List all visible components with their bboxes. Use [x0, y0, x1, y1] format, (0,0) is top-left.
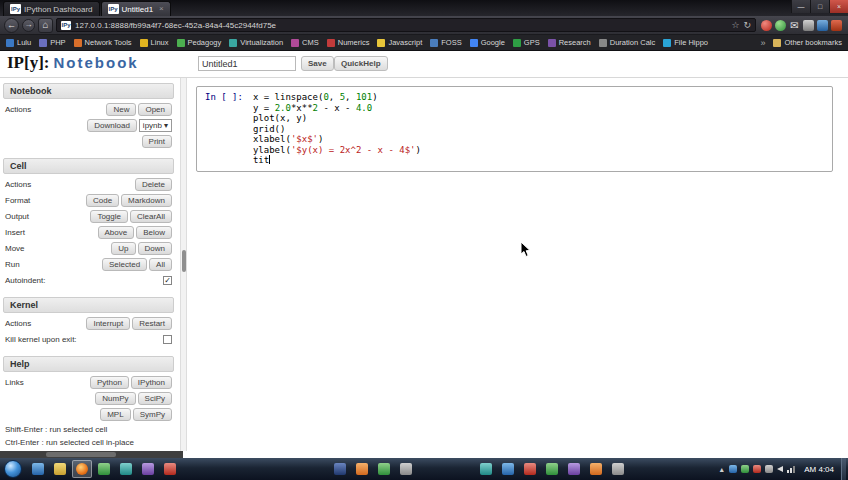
print-button[interactable]: Print: [142, 135, 172, 148]
addon-blue-icon[interactable]: [817, 20, 828, 31]
section-header-kernel[interactable]: Kernel: [3, 297, 174, 313]
taskbar-app-icon[interactable]: [608, 460, 628, 478]
bookmark-item[interactable]: Numerics: [327, 38, 370, 47]
output-clearall-button[interactable]: ClearAll: [130, 210, 172, 223]
bookmarks-overflow-chevron-icon[interactable]: »: [760, 38, 765, 48]
quickhelp-button[interactable]: QuickHelp: [334, 56, 388, 71]
autoindent-checkbox[interactable]: ✓: [163, 276, 172, 285]
addon-green-icon[interactable]: [775, 20, 786, 31]
addon-red-icon[interactable]: [761, 20, 772, 31]
volume-icon[interactable]: [777, 466, 783, 472]
move-up-button[interactable]: Up: [111, 242, 135, 255]
reload-icon[interactable]: ↻: [743, 20, 751, 30]
taskbar-app-icon[interactable]: [138, 460, 158, 478]
bookmark-item[interactable]: Duration Calc: [599, 38, 655, 47]
insert-below-button[interactable]: Below: [136, 226, 172, 239]
section-header-cell[interactable]: Cell: [3, 158, 174, 174]
section-header-notebook[interactable]: Notebook: [3, 83, 174, 99]
download-format-select[interactable]: ipynb▾: [139, 119, 172, 132]
new-button[interactable]: New: [106, 103, 136, 116]
tray-app-icon[interactable]: [729, 465, 737, 473]
bookmark-item[interactable]: Virtualization: [229, 38, 283, 47]
horizontal-scrollbar[interactable]: [0, 451, 183, 458]
taskbar-app-icon[interactable]: [520, 460, 540, 478]
python-link-button[interactable]: Python: [90, 376, 129, 389]
tab-untitled1[interactable]: IPy Untitled1 ×: [101, 1, 171, 16]
ipython-link-button[interactable]: IPython: [131, 376, 172, 389]
tab-ipython-dashboard[interactable]: IPy IPython Dashboard: [3, 1, 100, 16]
output-toggle-button[interactable]: Toggle: [90, 210, 128, 223]
scipy-link-button[interactable]: SciPy: [138, 392, 172, 405]
bookmark-item[interactable]: Lulu: [6, 38, 31, 47]
taskbar-app-icon[interactable]: [160, 460, 180, 478]
taskbar-app-icon[interactable]: [352, 460, 372, 478]
sidebar-scrollbar[interactable]: [180, 78, 187, 451]
taskbar-clock[interactable]: AM 4:04: [804, 465, 834, 474]
save-button[interactable]: Save: [301, 56, 334, 71]
window-close-button[interactable]: ×: [829, 0, 848, 13]
taskbar-app-icon[interactable]: [50, 460, 70, 478]
other-bookmarks-button[interactable]: Other bookmarks: [773, 38, 842, 47]
mail-icon[interactable]: ✉: [789, 20, 800, 31]
taskbar-app-icon[interactable]: [330, 460, 350, 478]
tray-app-icon[interactable]: [753, 465, 761, 473]
section-header-help[interactable]: Help: [3, 356, 174, 372]
tray-app-icon[interactable]: [765, 465, 773, 473]
bookmark-item[interactable]: CMS: [291, 38, 319, 47]
format-code-button[interactable]: Code: [86, 194, 119, 207]
taskbar-firefox-icon[interactable]: [72, 460, 92, 478]
bookmark-item[interactable]: Javascript: [377, 38, 422, 47]
taskbar-app-icon[interactable]: [564, 460, 584, 478]
taskbar-app-icon[interactable]: [116, 460, 136, 478]
kill-kernel-checkbox[interactable]: [163, 335, 172, 344]
taskbar-app-icon[interactable]: [498, 460, 518, 478]
start-button[interactable]: [4, 460, 22, 478]
taskbar-app-icon[interactable]: [94, 460, 114, 478]
bookmark-item[interactable]: Research: [548, 38, 591, 47]
mpl-link-button[interactable]: MPL: [100, 408, 130, 421]
bookmark-item[interactable]: Pedagogy: [177, 38, 222, 47]
taskbar-app-icon[interactable]: [396, 460, 416, 478]
window-minimize-button[interactable]: —: [791, 0, 810, 13]
network-icon[interactable]: [787, 466, 795, 473]
taskbar-app-icon[interactable]: [476, 460, 496, 478]
tray-app-icon[interactable]: [741, 465, 749, 473]
delete-button[interactable]: Delete: [135, 178, 172, 191]
addon-gray-icon[interactable]: [803, 20, 814, 31]
taskbar-app-icon[interactable]: [586, 460, 606, 478]
bookmark-item[interactable]: Network Tools: [74, 38, 132, 47]
back-button[interactable]: ←: [4, 18, 19, 33]
insert-above-button[interactable]: Above: [98, 226, 135, 239]
scrollbar-thumb[interactable]: [46, 452, 116, 457]
open-button[interactable]: Open: [138, 103, 172, 116]
addon-red2-icon[interactable]: [831, 20, 842, 31]
run-selected-button[interactable]: Selected: [102, 258, 147, 271]
scrollbar-thumb[interactable]: [182, 250, 186, 272]
restart-button[interactable]: Restart: [132, 317, 172, 330]
bookmark-item[interactable]: GPS: [513, 38, 540, 47]
bookmark-item[interactable]: PHP: [39, 38, 65, 47]
run-all-button[interactable]: All: [149, 258, 172, 271]
download-button[interactable]: Download: [87, 119, 137, 132]
taskbar-app-icon[interactable]: [542, 460, 562, 478]
tab-close-icon[interactable]: ×: [159, 5, 164, 13]
format-markdown-button[interactable]: Markdown: [121, 194, 172, 207]
sympy-link-button[interactable]: SymPy: [133, 408, 172, 421]
home-button[interactable]: ⌂: [38, 18, 53, 33]
taskbar-app-icon[interactable]: [28, 460, 48, 478]
notebook-name-input[interactable]: [198, 56, 296, 71]
move-down-button[interactable]: Down: [138, 242, 172, 255]
tray-expand-icon[interactable]: ▲: [718, 466, 725, 473]
url-bar[interactable]: IPy 127.0.0.1:8888/fb99a4f7-68ec-452a-84…: [56, 18, 756, 32]
code-cell[interactable]: In [ ]: x = linspace(0, 5, 101) y = 2.0*…: [196, 86, 833, 172]
bookmark-item[interactable]: Google: [470, 38, 505, 47]
bookmark-star-icon[interactable]: ☆: [731, 20, 739, 30]
bookmark-item[interactable]: FOSS: [430, 38, 461, 47]
bookmark-item[interactable]: File Hippo: [663, 38, 708, 47]
interrupt-button[interactable]: Interrupt: [86, 317, 130, 330]
window-maximize-button[interactable]: □: [810, 0, 829, 13]
numpy-link-button[interactable]: NumPy: [95, 392, 135, 405]
bookmark-item[interactable]: Linux: [140, 38, 169, 47]
taskbar-app-icon[interactable]: [374, 460, 394, 478]
show-desktop-button[interactable]: [841, 458, 846, 480]
